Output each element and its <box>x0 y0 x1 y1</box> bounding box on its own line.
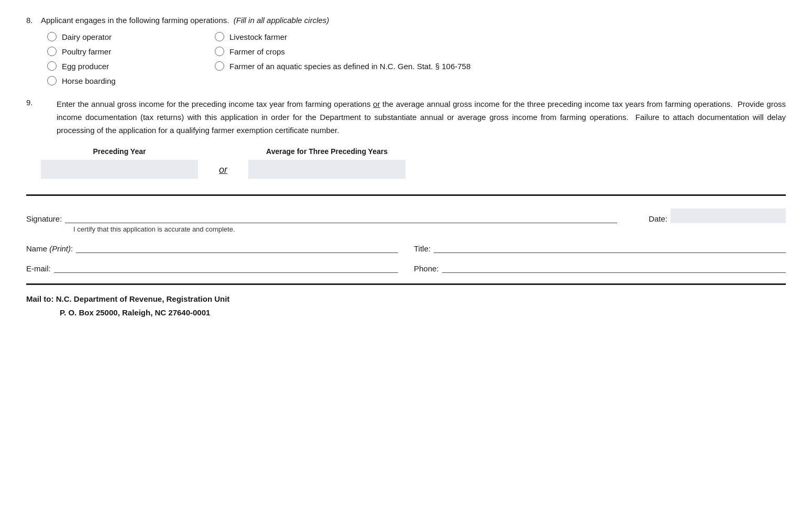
section8-number: 8. <box>26 16 37 25</box>
section8-header: 8. Applicant engages in the following fa… <box>26 16 786 25</box>
mail-line1: Mail to: N.C. Department of Revenue, Reg… <box>26 294 229 303</box>
preceding-year-col: Preceding Year <box>41 147 198 179</box>
checkboxes-grid: Dairy operator Livestock farmer Poultry … <box>47 32 786 85</box>
checkbox-livestock[interactable]: Livestock farmer <box>215 32 786 41</box>
checkbox-crops[interactable]: Farmer of crops <box>215 47 786 56</box>
checkbox-aquatic[interactable]: Farmer of an aquatic species as defined … <box>215 61 786 71</box>
signature-section: Signature: Date: I certify that this app… <box>26 208 786 273</box>
phone-line[interactable] <box>442 260 786 273</box>
aquatic-circle[interactable] <box>215 61 224 71</box>
email-col: E-mail: <box>26 260 398 273</box>
name-label: Name (Print): <box>26 244 73 253</box>
checkbox-poultry[interactable]: Poultry farmer <box>47 47 215 56</box>
horse-label: Horse boarding <box>62 76 116 85</box>
title-line[interactable] <box>434 240 786 253</box>
mail-section: Mail to: N.C. Department of Revenue, Reg… <box>26 283 786 319</box>
dairy-circle[interactable] <box>47 32 57 41</box>
name-col: Name (Print): <box>26 240 398 253</box>
or-text: or <box>219 164 227 179</box>
email-phone-row: E-mail: Phone: <box>26 260 786 273</box>
sig-date-row: Signature: Date: <box>26 208 786 223</box>
aquatic-label: Farmer of an aquatic species as defined … <box>229 62 470 71</box>
name-title-row: Name (Print): Title: <box>26 240 786 253</box>
average-input[interactable] <box>248 160 405 179</box>
livestock-circle[interactable] <box>215 32 224 41</box>
date-input[interactable] <box>671 208 786 223</box>
income-table: Preceding Year or Average for Three Prec… <box>41 147 786 179</box>
horse-circle[interactable] <box>47 76 57 85</box>
signature-label: Signature: <box>26 214 62 223</box>
certify-text: I certify that this application is accur… <box>73 225 786 233</box>
checkbox-horse[interactable]: Horse boarding <box>47 76 215 85</box>
section-8: 8. Applicant engages in the following fa… <box>26 16 786 85</box>
crops-circle[interactable] <box>215 47 224 56</box>
egg-circle[interactable] <box>47 61 57 71</box>
mail-line2: P. O. Box 25000, Raleigh, NC 27640-0001 <box>60 308 210 317</box>
section9-number: 9. <box>26 98 39 137</box>
dairy-label: Dairy operator <box>62 32 112 41</box>
egg-label: Egg producer <box>62 62 109 71</box>
poultry-circle[interactable] <box>47 47 57 56</box>
average-label: Average for Three Preceding Years <box>266 147 388 156</box>
phone-col: Phone: <box>414 260 786 273</box>
mail-text: Mail to: N.C. Department of Revenue, Reg… <box>26 292 786 319</box>
email-label: E-mail: <box>26 264 51 273</box>
section-9: 9. Enter the annual gross income for the… <box>26 98 786 179</box>
average-col: Average for Three Preceding Years <box>248 147 405 179</box>
signature-line[interactable] <box>65 211 617 223</box>
title-col: Title: <box>414 240 786 253</box>
checkbox-egg[interactable]: Egg producer <box>47 61 215 71</box>
date-section: Date: <box>649 208 786 223</box>
date-label: Date: <box>649 214 667 223</box>
poultry-label: Poultry farmer <box>62 47 111 56</box>
name-line[interactable] <box>76 240 398 253</box>
checkbox-dairy[interactable]: Dairy operator <box>47 32 215 41</box>
livestock-label: Livestock farmer <box>229 32 287 41</box>
preceding-year-label: Preceding Year <box>93 147 146 156</box>
email-line[interactable] <box>54 260 398 273</box>
phone-label: Phone: <box>414 264 439 273</box>
section8-title: Applicant engages in the following farmi… <box>41 16 329 25</box>
empty-cell <box>215 76 786 85</box>
divider-top <box>26 194 786 196</box>
section9-text: Enter the annual gross income for the pr… <box>57 98 786 137</box>
section9-wrapper: 9. Enter the annual gross income for the… <box>26 98 786 137</box>
title-label: Title: <box>414 244 431 253</box>
crops-label: Farmer of crops <box>229 47 285 56</box>
preceding-year-input[interactable] <box>41 160 198 179</box>
